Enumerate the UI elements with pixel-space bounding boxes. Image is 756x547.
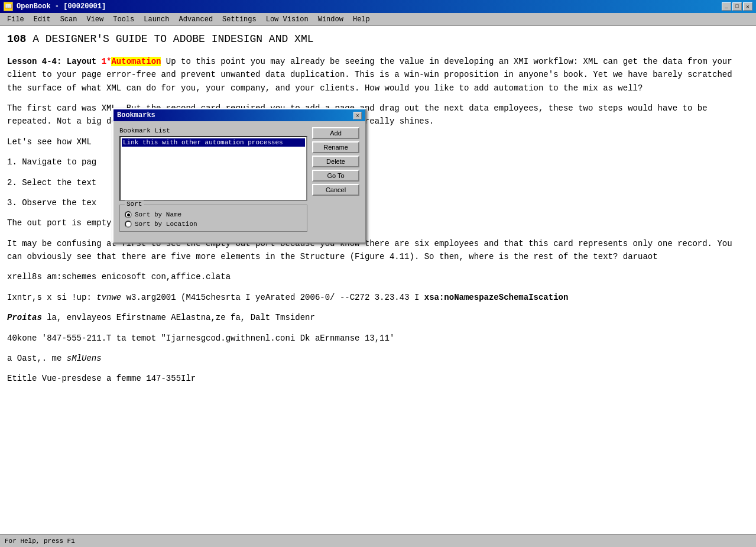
- sort-by-name-option[interactable]: Sort by Name: [125, 211, 302, 218]
- sort-by-location-label: Sort by Location: [135, 221, 197, 228]
- dialog-right-panel: Add Rename Delete Go To Cancel: [312, 127, 359, 232]
- rename-bookmark-button[interactable]: Rename: [312, 141, 359, 153]
- sort-by-name-radio[interactable]: [125, 211, 132, 218]
- goto-bookmark-button[interactable]: Go To: [312, 170, 359, 182]
- bookmark-list-label: Bookmark List: [119, 127, 307, 134]
- dialog-left-panel: Bookmark List Link this with other autom…: [119, 127, 307, 232]
- close-button[interactable]: ✕: [743, 2, 752, 11]
- minimize-button[interactable]: _: [722, 2, 731, 11]
- paragraph8: Proitas la, envlayeos Efirstname AElastn…: [7, 311, 749, 324]
- paragraph9: 40kone '847-555-211.T ta temot "Ijarnesg…: [7, 332, 749, 345]
- sort-section: Sort Sort by Name Sort by Location: [119, 205, 307, 232]
- bookmark-listbox[interactable]: Link this with other automation processe…: [119, 136, 307, 201]
- menu-bar: File Edit Scan View Tools Launch Advance…: [0, 13, 756, 26]
- highlight-word: Automation: [111, 57, 161, 66]
- annotation-marker: 1*: [102, 57, 112, 66]
- sort-by-location-radio[interactable]: [125, 221, 132, 228]
- menu-view[interactable]: View: [82, 14, 108, 25]
- lesson-paragraph: Lesson 4-4: Layout 1*Automation Up to th…: [7, 55, 749, 95]
- sort-by-name-label: Sort by Name: [135, 211, 181, 218]
- paragraph11: Etitle Vue-presdese a femme 147-355Ilr: [7, 372, 749, 385]
- lesson-title: Lesson 4-4: Layout: [7, 57, 102, 66]
- title-bar: 📖 OpenBook - [00020001] _ □ ✕: [0, 0, 756, 13]
- paragraph7-italic: tvnwe: [96, 293, 121, 302]
- paragraph8-rest: la, envlayeos Efirstname AElastna,ze fa,…: [42, 313, 315, 322]
- dialog-body: Bookmark List Link this with other autom…: [113, 121, 365, 242]
- menu-low-vision[interactable]: Low Vision: [261, 14, 313, 25]
- cancel-bookmark-button[interactable]: Cancel: [312, 184, 359, 196]
- title-bar-text: OpenBook - [00020001]: [17, 2, 106, 11]
- menu-settings[interactable]: Settings: [218, 14, 261, 25]
- main-content-area[interactable]: 108 A DESIGNER'S GUIDE TO ADOBE INDESIGN…: [0, 26, 756, 534]
- paragraph6: xrell8s am:schemes enicosoft con,affice.…: [7, 270, 749, 283]
- bookmarks-dialog[interactable]: Bookmarks ✕ Bookmark List Link this with…: [112, 108, 366, 244]
- menu-edit[interactable]: Edit: [29, 14, 56, 25]
- dialog-main-row: Bookmark List Link this with other autom…: [119, 127, 359, 232]
- sort-section-title: Sort: [125, 200, 144, 208]
- page-title: A DESIGNER'S GUIDE TO ADOBE INDESIGN AND…: [26, 33, 313, 45]
- menu-advanced[interactable]: Advanced: [174, 14, 218, 25]
- maximize-button[interactable]: □: [732, 2, 742, 11]
- dialog-title: Bookmarks: [117, 111, 155, 119]
- status-bar: For Help, press F1: [0, 534, 756, 547]
- dialog-title-bar: Bookmarks ✕: [113, 109, 365, 121]
- menu-tools[interactable]: Tools: [108, 14, 139, 25]
- paragraph7-mid: w3.arg2001 (M415chesrta I yeArated 2006-…: [121, 293, 424, 302]
- dialog-close-button[interactable]: ✕: [353, 112, 362, 119]
- menu-scan[interactable]: Scan: [56, 14, 82, 25]
- menu-window[interactable]: Window: [313, 14, 348, 25]
- paragraph7: Ixntr,s x si !up: tvnwe w3.arg2001 (M415…: [7, 291, 749, 304]
- add-bookmark-button[interactable]: Add: [312, 127, 359, 139]
- sort-by-location-option[interactable]: Sort by Location: [125, 221, 302, 228]
- paragraph7-start: Ixntr,s x si !up:: [7, 293, 96, 302]
- page-number: 108: [7, 33, 26, 45]
- paragraph10-italic: sMlUens: [67, 354, 102, 363]
- paragraph8-italic: Proitas: [7, 313, 42, 322]
- app-icon: 📖: [4, 2, 13, 11]
- menu-help[interactable]: Help: [348, 14, 375, 25]
- sort-radio-group: Sort by Name Sort by Location: [125, 211, 302, 228]
- menu-file[interactable]: File: [2, 14, 29, 25]
- paragraph10: a Oast,. me sMlUens: [7, 352, 749, 365]
- paragraph7-bold: xsa:noNamespazeSchemaIscation: [424, 293, 569, 302]
- page-header: 108 A DESIGNER'S GUIDE TO ADOBE INDESIGN…: [7, 31, 749, 48]
- paragraph10-start: a Oast,. me: [7, 354, 67, 363]
- title-bar-buttons: _ □ ✕: [722, 2, 752, 11]
- title-bar-left: 📖 OpenBook - [00020001]: [4, 2, 106, 11]
- bookmark-list-item-0[interactable]: Link this with other automation processe…: [122, 138, 305, 147]
- delete-bookmark-button[interactable]: Delete: [312, 156, 359, 167]
- status-text: For Help, press F1: [5, 538, 75, 545]
- menu-launch[interactable]: Launch: [139, 14, 174, 25]
